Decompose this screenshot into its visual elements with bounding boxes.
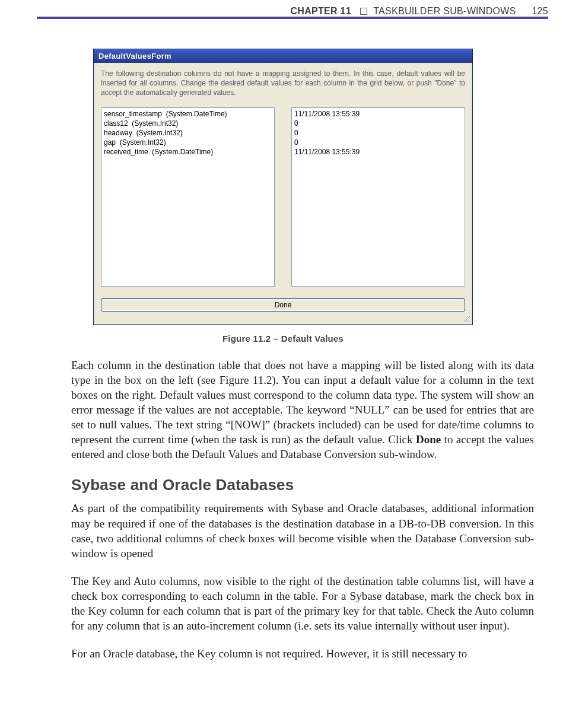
chapter-label: CHAPTER 11 bbox=[290, 6, 351, 16]
dialog-titlebar: DefaultValuesForm bbox=[94, 49, 472, 63]
figure-11-2: DefaultValuesForm The following destinat… bbox=[93, 49, 473, 344]
done-inline-bold: Done bbox=[416, 433, 441, 446]
paragraph-1: Each column in the destination table tha… bbox=[71, 358, 534, 462]
header-title: TASKBUILDER SUB-WINDOWS bbox=[373, 6, 516, 16]
square-bullet-icon bbox=[360, 8, 367, 15]
paragraph-2: As part of the compatibility requirement… bbox=[71, 501, 534, 560]
page-number: 125 bbox=[532, 6, 548, 16]
default-values-dialog: DefaultValuesForm The following destinat… bbox=[93, 49, 473, 325]
dialog-message: The following destination columns do not… bbox=[101, 69, 465, 98]
dialog-body: The following destination columns do not… bbox=[94, 63, 472, 295]
running-header: CHAPTER 11 TASKBUILDER SUB-WINDOWS 125 bbox=[0, 0, 566, 17]
body-column: Each column in the destination table tha… bbox=[71, 358, 534, 662]
values-listbox[interactable]: 11/11/2008 13:55:39 0 0 0 11/11/2008 13:… bbox=[291, 107, 465, 287]
resize-grip-icon bbox=[463, 315, 471, 323]
columns-listbox[interactable]: sensor_timestamp (System.DateTime) class… bbox=[101, 107, 275, 287]
paragraph-3: The Key and Auto columns, now visible to… bbox=[71, 574, 534, 633]
section-heading-sybase-oracle: Sybase and Oracle Databases bbox=[71, 475, 534, 495]
header-rule bbox=[37, 17, 548, 19]
paragraph-4: For an Oracle database, the Key column i… bbox=[71, 646, 534, 661]
resize-grip[interactable] bbox=[94, 317, 472, 325]
dialog-button-row: Done bbox=[94, 295, 472, 317]
done-button[interactable]: Done bbox=[101, 298, 465, 311]
dialog-columns: sensor_timestamp (System.DateTime) class… bbox=[101, 107, 465, 287]
svg-line-5 bbox=[469, 322, 470, 322]
page: CHAPTER 11 TASKBUILDER SUB-WINDOWS 125 D… bbox=[0, 0, 566, 728]
figure-caption: Figure 11.2 – Default Values bbox=[93, 333, 473, 344]
